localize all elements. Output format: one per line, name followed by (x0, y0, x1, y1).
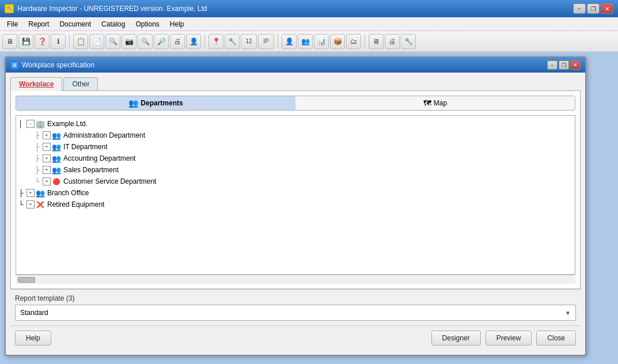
retired-line: └ (18, 200, 26, 208)
it-label: IT Department (63, 143, 107, 151)
customer-expander[interactable]: + (43, 177, 51, 185)
branch-line: ├ (18, 189, 26, 197)
tb-ip-btn[interactable]: IP (258, 34, 274, 49)
root-label: Example.Ltd. (47, 120, 88, 128)
sales-expander[interactable]: + (43, 166, 51, 174)
root-expander[interactable]: - (26, 120, 35, 128)
tb-sep4 (365, 35, 365, 48)
close-dialog-button[interactable]: Close (536, 331, 576, 346)
toolbar: 🖥 💾 ❓ ℹ 📋 📄 🔍 📷 🔍 🔎 🖨 👤 📍 🔧 12 IP 👤 👥 📊 … (0, 31, 618, 52)
sub-tab-departments-label: Departments (141, 99, 183, 107)
accounting-icon: 👥 (52, 154, 61, 163)
tab-other[interactable]: Other (63, 77, 98, 91)
accounting-line: ├ (35, 154, 43, 162)
root-line: │ (18, 120, 26, 128)
sub-tab-map-label: Map (434, 99, 447, 107)
dialog-title: Workplace specification (22, 61, 94, 69)
tb-search2-icon[interactable]: 🔍 (138, 34, 153, 49)
it-expander[interactable]: + (43, 143, 51, 151)
sub-tab-departments[interactable]: 👥 Departments (16, 96, 295, 110)
dialog-title-bar: 🖥 Workplace specification − ❐ ✕ (6, 58, 585, 73)
tb-chart-icon[interactable]: 📊 (314, 34, 329, 49)
retired-expander[interactable]: + (26, 200, 35, 208)
tab-content: 👥 Departments 🗺 Map │ - 🏢 (10, 90, 581, 289)
tree-item-admin[interactable]: ├ + 👥 Administration Department (18, 130, 572, 141)
menu-options[interactable]: Options (131, 19, 164, 29)
dialog-minimize-button[interactable]: − (547, 60, 558, 70)
admin-label: Administration Department (63, 131, 145, 139)
sub-tab-map[interactable]: 🗺 Map (295, 96, 575, 110)
tb-computer-icon[interactable]: 🖥 (2, 34, 17, 49)
menu-help[interactable]: Help (165, 19, 189, 29)
help-button[interactable]: Help (15, 331, 51, 346)
designer-button[interactable]: Designer (431, 331, 481, 346)
menu-file[interactable]: File (2, 19, 22, 29)
tb-save-icon[interactable]: 💾 (18, 34, 33, 49)
dialog-body: Workplace Other 👥 Departments 🗺 (6, 73, 585, 355)
main-area: 🖥 Workplace specification − ❐ ✕ Workplac… (0, 52, 618, 364)
tree-item-accounting[interactable]: ├ + 👥 Accounting Department (18, 153, 572, 164)
sales-line: ├ (35, 166, 43, 174)
tb-camera-icon[interactable]: 📷 (122, 34, 137, 49)
retired-label: Retired Equipment (47, 200, 104, 208)
it-line: ├ (35, 143, 43, 151)
menu-document[interactable]: Document (55, 19, 96, 29)
tb-12-btn[interactable]: 12 (241, 34, 257, 49)
customer-line: └ (35, 177, 43, 185)
tb-people-icon[interactable]: 👥 (298, 34, 313, 49)
tb-wrench-icon[interactable]: 🔧 (401, 34, 416, 49)
title-controls: − ❐ ✕ (573, 3, 613, 14)
tab-workplace-label: Workplace (19, 80, 54, 88)
close-button[interactable]: ✕ (601, 3, 613, 14)
tree-item-it[interactable]: ├ + 👥 IT Department (18, 141, 572, 153)
tb-package-icon[interactable]: 📦 (330, 34, 345, 49)
dialog-icon: 🖥 (10, 61, 18, 69)
tb-monitor-icon[interactable]: 🖥 (369, 34, 384, 49)
map-icon: 🗺 (423, 98, 431, 108)
tree-item-customer[interactable]: └ + 🔴 Customer Service Department (18, 176, 572, 187)
tb-pin-icon[interactable]: 📍 (208, 34, 223, 49)
app-title: Hardware Inspector - UNREGISTERED versio… (17, 5, 207, 13)
tree-item-retired[interactable]: └ + ❌ Retired Equipment (18, 199, 572, 210)
tb-network-icon[interactable]: 🔧 (225, 34, 240, 49)
admin-expander[interactable]: + (43, 131, 51, 139)
scrollbar-thumb[interactable] (18, 277, 35, 283)
tab-other-label: Other (72, 80, 89, 88)
horizontal-scrollbar[interactable] (16, 275, 575, 284)
root-icon: 🏢 (36, 119, 45, 128)
tb-folder-icon[interactable]: 🗂 (346, 34, 361, 49)
restore-button[interactable]: ❐ (587, 3, 600, 14)
tab-workplace[interactable]: Workplace (10, 77, 62, 91)
tree-container[interactable]: │ - 🏢 Example.Ltd. ├ + 👥 Administration … (16, 115, 575, 275)
report-template-dropdown[interactable]: Standard ▼ (15, 305, 576, 321)
minimize-button[interactable]: − (573, 3, 586, 14)
tree-root[interactable]: │ - 🏢 Example.Ltd. (18, 118, 572, 130)
tb-sep3 (278, 35, 278, 48)
branch-expander[interactable]: + (26, 189, 35, 197)
tree-item-sales[interactable]: ├ + 👥 Sales Department (18, 164, 572, 176)
title-bar: 🔧 Hardware Inspector - UNREGISTERED vers… (0, 0, 618, 17)
tb-info-icon[interactable]: ℹ (51, 34, 66, 49)
tree-item-branch[interactable]: ├ + 👥 Branch Office (18, 187, 572, 199)
tb-user-icon[interactable]: 👤 (186, 34, 201, 49)
dialog-restore-button[interactable]: ❐ (559, 60, 569, 70)
tb-help-icon[interactable]: ❓ (35, 34, 50, 49)
sub-tab-bar: 👥 Departments 🗺 Map (16, 96, 575, 111)
tb-search1-icon[interactable]: 🔍 (105, 34, 120, 49)
dialog-controls: − ❐ ✕ (547, 60, 581, 70)
tab-bar: Workplace Other (10, 77, 581, 91)
tb-person-icon[interactable]: 👤 (282, 34, 297, 49)
tb-doc-icon[interactable]: 📄 (89, 34, 104, 49)
menu-report[interactable]: Report (24, 19, 54, 29)
report-template-value: Standard (20, 309, 48, 317)
accounting-expander[interactable]: + (43, 154, 51, 162)
tb-printer-icon[interactable]: 🖨 (385, 34, 400, 49)
preview-button[interactable]: Preview (486, 331, 532, 346)
menu-catalog[interactable]: Catalog (97, 19, 130, 29)
dialog-close-button[interactable]: ✕ (570, 60, 581, 70)
tb-print-icon[interactable]: 🖨 (170, 34, 185, 49)
dialog-title-left: 🖥 Workplace specification (10, 61, 94, 69)
tb-list-icon[interactable]: 📋 (73, 34, 88, 49)
tb-zoom-icon[interactable]: 🔎 (154, 34, 169, 49)
report-section: Report template (3) Standard ▼ (10, 289, 581, 325)
